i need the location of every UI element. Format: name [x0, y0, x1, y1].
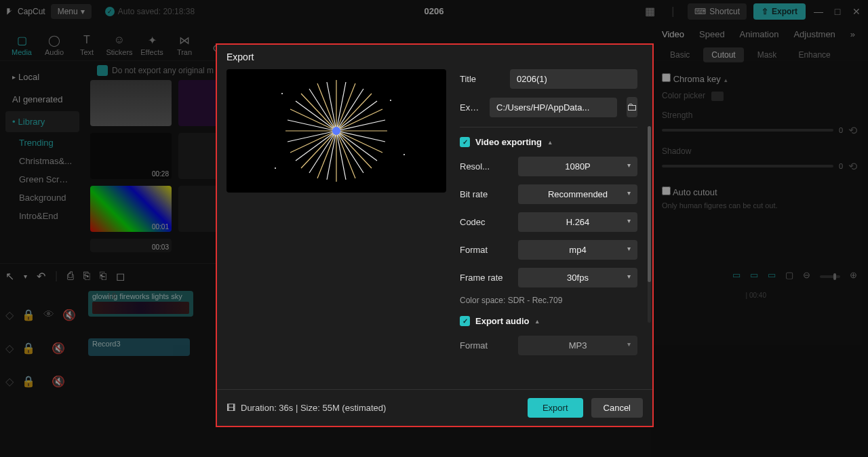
framerate-label: Frame rate — [460, 273, 511, 283]
export-audio-checkbox[interactable]: ✓ — [460, 316, 470, 326]
format-label: Format — [460, 245, 511, 255]
exportto-label: Export to — [460, 102, 483, 113]
colorspace-text: Color space: SDR - Rec.709 — [460, 296, 637, 305]
export-preview — [226, 69, 446, 193]
resolution-label: Resol... — [460, 161, 511, 172]
folder-icon: 🗀 — [627, 101, 637, 113]
video-exporting-checkbox[interactable]: ✓ — [460, 137, 470, 147]
audio-format-select[interactable]: MP3 — [518, 336, 637, 355]
title-label: Title — [460, 74, 503, 84]
browse-folder-button[interactable]: 🗀 — [627, 97, 637, 117]
duration-text: Duration: 36s | Size: 55M (estimated) — [241, 403, 386, 413]
export-audio-label: Export audio — [475, 316, 529, 326]
format-select[interactable]: mp4 — [518, 240, 637, 260]
video-exporting-label: Video exporting — [475, 137, 542, 147]
resolution-select[interactable]: 1080P — [518, 157, 637, 176]
svg-point-32 — [332, 127, 340, 135]
collapse-icon[interactable]: ▴ — [549, 139, 552, 146]
framerate-select[interactable]: 30fps — [518, 268, 637, 287]
bitrate-select[interactable]: Recommended — [518, 184, 637, 204]
exportto-input[interactable] — [490, 98, 617, 117]
dialog-title: Export — [217, 45, 652, 69]
export-dialog: Export — [216, 43, 654, 427]
svg-line-6 — [336, 131, 372, 168]
svg-line-14 — [301, 94, 336, 131]
svg-point-33 — [281, 93, 283, 94]
bitrate-label: Bit rate — [460, 189, 511, 199]
svg-line-10 — [301, 131, 336, 168]
svg-point-36 — [275, 167, 276, 169]
cancel-button[interactable]: Cancel — [591, 398, 643, 418]
collapse-icon[interactable]: ▴ — [536, 318, 539, 325]
svg-point-35 — [403, 154, 405, 155]
film-icon: 🎞 — [226, 403, 235, 413]
codec-select[interactable]: H.264 — [518, 212, 637, 232]
title-input[interactable] — [510, 69, 637, 89]
svg-line-2 — [336, 94, 372, 131]
svg-point-34 — [390, 100, 391, 101]
scrollbar[interactable] — [648, 126, 651, 323]
export-confirm-button[interactable]: Export — [528, 398, 583, 418]
audio-format-label: Format — [460, 340, 511, 351]
codec-label: Codec — [460, 217, 511, 227]
